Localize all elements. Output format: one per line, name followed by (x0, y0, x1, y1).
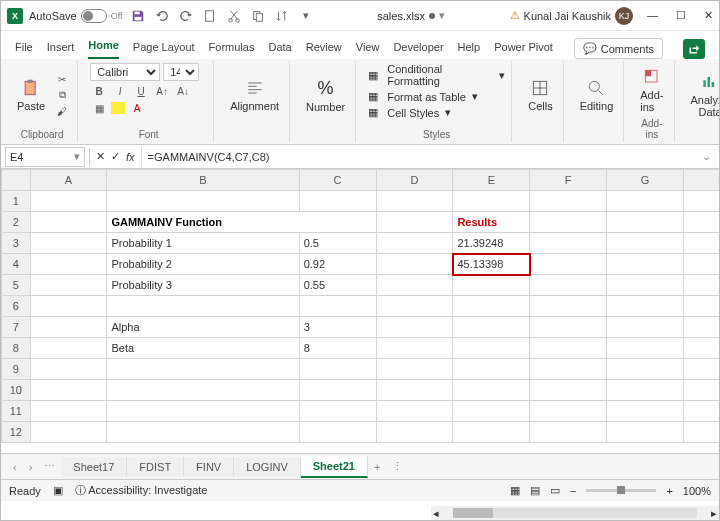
col-header-a[interactable]: A (30, 170, 107, 191)
font-size-select[interactable]: 14 (163, 63, 199, 81)
col-header-b[interactable]: B (107, 170, 299, 191)
row-header[interactable]: 2 (2, 212, 31, 233)
macros-icon[interactable]: ▣ (53, 484, 63, 497)
col-header-f[interactable]: F (530, 170, 607, 191)
sheet-tab[interactable]: FDIST (127, 457, 184, 477)
tab-help[interactable]: Help (458, 37, 481, 59)
scroll-left-icon[interactable]: ◂ (431, 507, 441, 520)
cut-button[interactable]: ✂ (53, 72, 71, 86)
tab-power-pivot[interactable]: Power Pivot (494, 37, 553, 59)
sort-icon[interactable] (275, 9, 289, 23)
cell-c8[interactable]: 8 (299, 338, 376, 359)
row-header[interactable]: 11 (2, 401, 31, 422)
cell-results-header[interactable]: Results (453, 212, 530, 233)
zoom-in-button[interactable]: + (666, 485, 672, 497)
horizontal-scrollbar[interactable]: ◂ ▸ (431, 506, 719, 520)
tab-view[interactable]: View (356, 37, 380, 59)
cancel-formula-icon[interactable]: ✕ (96, 150, 105, 163)
col-header-g[interactable]: G (607, 170, 684, 191)
cell-b4[interactable]: Probability 2 (107, 254, 299, 275)
decrease-font-icon[interactable]: A↓ (174, 84, 192, 98)
name-box[interactable]: E4 ▾ (5, 147, 85, 167)
comments-button[interactable]: 💬 Comments (574, 38, 663, 59)
tab-page-layout[interactable]: Page Layout (133, 37, 195, 59)
bold-button[interactable]: B (90, 84, 108, 98)
spreadsheet-grid[interactable]: A B C D E F G H 1 2 GAMMAINV Function Re… (1, 169, 719, 453)
redo-icon[interactable] (179, 9, 193, 23)
filename-chevron-icon[interactable]: ▾ (439, 9, 445, 22)
underline-button[interactable]: U (132, 84, 150, 98)
cell-styles-button[interactable]: ▦ Cell Styles ▾ (368, 106, 451, 119)
row-header[interactable]: 5 (2, 275, 31, 296)
editing-button[interactable]: Editing (576, 76, 618, 114)
cell-c5[interactable]: 0.55 (299, 275, 376, 296)
font-name-select[interactable]: Calibri (90, 63, 160, 81)
tab-data[interactable]: Data (268, 37, 291, 59)
paste-button[interactable]: Paste (13, 76, 49, 114)
col-header-h[interactable]: H (684, 170, 719, 191)
sheet-tab[interactable]: LOGINV (234, 457, 301, 477)
cells-button[interactable]: Cells (524, 76, 556, 114)
row-header[interactable]: 1 (2, 191, 31, 212)
view-normal-icon[interactable]: ▦ (510, 484, 520, 497)
cell-e4-selected[interactable]: 45.13398 (453, 254, 530, 275)
cell-c7[interactable]: 3 (299, 317, 376, 338)
row-header[interactable]: 3 (2, 233, 31, 254)
user-avatar[interactable]: KJ (615, 7, 633, 25)
tab-home[interactable]: Home (88, 35, 119, 59)
increase-font-icon[interactable]: A↑ (153, 84, 171, 98)
scroll-right-icon[interactable]: ▸ (709, 507, 719, 520)
maximize-icon[interactable]: ☐ (676, 9, 686, 22)
font-color-button[interactable]: A (128, 101, 146, 115)
cell-e5[interactable] (453, 275, 530, 296)
tab-developer[interactable]: Developer (393, 37, 443, 59)
col-header-e[interactable]: E (453, 170, 530, 191)
cell-c3[interactable]: 0.5 (299, 233, 376, 254)
fill-color-button[interactable] (111, 102, 125, 114)
scrollbar-thumb[interactable] (453, 508, 493, 518)
format-painter-button[interactable]: 🖌 (53, 104, 71, 118)
sheet-tab-active[interactable]: Sheet21 (301, 456, 368, 478)
share-button[interactable] (683, 39, 705, 59)
italic-button[interactable]: I (111, 84, 129, 98)
zoom-level[interactable]: 100% (683, 485, 711, 497)
toggle-switch[interactable] (81, 9, 107, 23)
row-header[interactable]: 7 (2, 317, 31, 338)
formula-input[interactable]: =GAMMAINV(C4,C7,C8) (141, 147, 694, 167)
cell-e3[interactable]: 21.39248 (453, 233, 530, 254)
user-name[interactable]: Kunal Jai Kaushik (524, 10, 611, 22)
cut-icon[interactable] (227, 9, 241, 23)
row-header[interactable]: 12 (2, 422, 31, 443)
autosave-toggle[interactable]: AutoSave Off (29, 9, 123, 23)
borders-button[interactable]: ▦ (90, 101, 108, 115)
undo-icon[interactable] (155, 9, 169, 23)
cell-b8[interactable]: Beta (107, 338, 299, 359)
tab-file[interactable]: File (15, 37, 33, 59)
analyze-data-button[interactable]: Analyze Data (687, 70, 720, 120)
cell-b7[interactable]: Alpha (107, 317, 299, 338)
new-sheet-button[interactable]: + (368, 461, 386, 473)
close-icon[interactable]: ✕ (704, 9, 713, 22)
zoom-slider[interactable] (586, 489, 656, 492)
copy-icon[interactable] (251, 9, 265, 23)
cell-c4[interactable]: 0.92 (299, 254, 376, 275)
save-icon[interactable] (131, 9, 145, 23)
format-as-table-button[interactable]: ▦ Format as Table ▾ (368, 90, 478, 103)
select-all-cell[interactable] (2, 170, 31, 191)
alignment-button[interactable]: Alignment (226, 76, 283, 114)
sheet-nav-prev-icon[interactable]: ‹ (7, 461, 23, 473)
cell-b3[interactable]: Probability 1 (107, 233, 299, 254)
conditional-formatting-button[interactable]: ▦ Conditional Formatting ▾ (368, 63, 505, 87)
copy-button[interactable]: ⧉ (53, 88, 71, 102)
tab-insert[interactable]: Insert (47, 37, 75, 59)
col-header-d[interactable]: D (376, 170, 453, 191)
minimize-icon[interactable]: — (647, 9, 658, 22)
zoom-out-button[interactable]: − (570, 485, 576, 497)
number-button[interactable]: % Number (302, 76, 349, 115)
enter-formula-icon[interactable]: ✓ (111, 150, 120, 163)
tab-review[interactable]: Review (306, 37, 342, 59)
tab-formulas[interactable]: Formulas (209, 37, 255, 59)
sheet-tab[interactable]: Sheet17 (61, 457, 127, 477)
row-header[interactable]: 9 (2, 359, 31, 380)
fx-icon[interactable]: fx (126, 151, 135, 163)
